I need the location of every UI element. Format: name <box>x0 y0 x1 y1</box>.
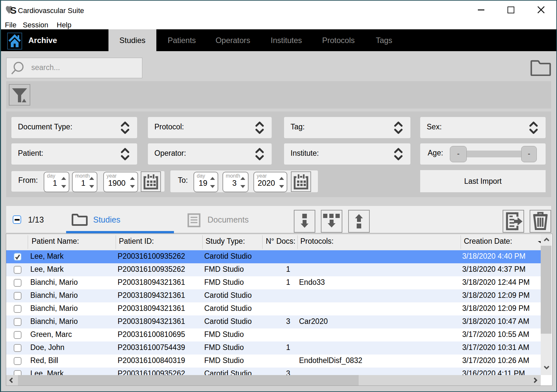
svg-text:S: S <box>10 6 17 14</box>
